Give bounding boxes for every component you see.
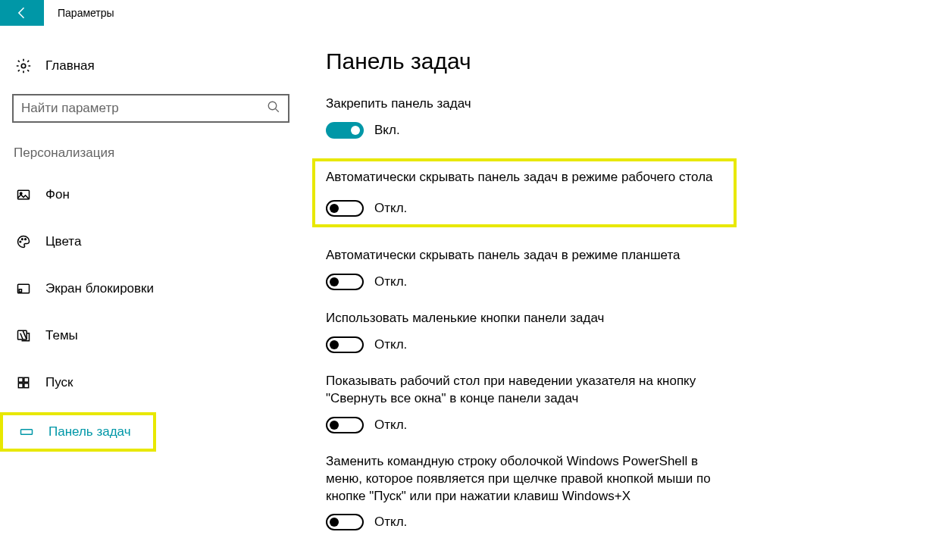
setting-lock-taskbar: Закрепить панель задач Вкл. bbox=[326, 95, 918, 139]
nav-list: Фон Цвета Экран блокировки Темы bbox=[12, 177, 303, 452]
toggle-autohide-tablet[interactable] bbox=[326, 274, 364, 290]
page-title: Панель задач bbox=[326, 48, 918, 74]
svg-rect-14 bbox=[21, 430, 33, 435]
main-content: Панель задач Закрепить панель задач Вкл.… bbox=[303, 48, 948, 550]
svg-rect-12 bbox=[18, 383, 23, 388]
svg-point-1 bbox=[268, 102, 277, 110]
svg-rect-8 bbox=[19, 289, 21, 292]
arrow-left-icon bbox=[14, 5, 30, 20]
setting-small-buttons: Использовать маленькие кнопки панели зад… bbox=[326, 310, 918, 353]
svg-point-5 bbox=[22, 239, 23, 240]
sidebar-item-label: Фон bbox=[45, 187, 70, 202]
lockscreen-icon bbox=[15, 281, 32, 296]
sidebar: Главная Персонализация Фон Цвета bbox=[0, 48, 303, 550]
toggle-autohide-desktop[interactable] bbox=[326, 200, 364, 217]
sidebar-item-label: Цвета bbox=[45, 234, 81, 249]
toggle-state: Откл. bbox=[374, 418, 407, 433]
svg-point-4 bbox=[20, 241, 21, 242]
titlebar: Параметры bbox=[0, 0, 948, 26]
toggle-state: Откл. bbox=[374, 515, 407, 530]
sidebar-item-colors[interactable]: Цвета bbox=[12, 224, 303, 259]
toggle-state: Вкл. bbox=[374, 123, 400, 138]
sidebar-item-background[interactable]: Фон bbox=[12, 177, 303, 212]
back-button[interactable] bbox=[0, 0, 44, 26]
highlight-main: Автоматически скрывать панель задач в ре… bbox=[312, 158, 737, 227]
setting-label: Использовать маленькие кнопки панели зад… bbox=[326, 310, 735, 327]
svg-rect-10 bbox=[18, 377, 23, 382]
toggle-replace-cmd-powershell[interactable] bbox=[326, 514, 364, 530]
toggle-lock-taskbar[interactable] bbox=[326, 122, 364, 139]
sidebar-item-start[interactable]: Пуск bbox=[12, 365, 303, 400]
search-box[interactable] bbox=[12, 94, 289, 123]
sidebar-item-label: Панель задач bbox=[48, 424, 131, 440]
gear-icon bbox=[15, 58, 32, 74]
sidebar-item-taskbar[interactable]: Панель задач bbox=[15, 424, 131, 440]
setting-label: Показывать рабочий стол при наведении ук… bbox=[326, 373, 735, 408]
home-link[interactable]: Главная bbox=[12, 48, 303, 83]
setting-replace-cmd-powershell: Заменить командную строку оболочкой Wind… bbox=[326, 453, 918, 531]
search-input[interactable] bbox=[21, 101, 256, 116]
sidebar-item-label: Темы bbox=[45, 328, 78, 343]
setting-peek-desktop: Показывать рабочий стол при наведении ук… bbox=[326, 373, 918, 433]
sidebar-item-label: Пуск bbox=[45, 375, 73, 390]
setting-label: Заменить командную строку оболочкой Wind… bbox=[326, 453, 735, 505]
search-icon bbox=[267, 100, 280, 117]
highlight-sidebar: Панель задач bbox=[0, 412, 156, 452]
palette-icon bbox=[15, 234, 32, 249]
setting-label: Автоматически скрывать панель задач в ре… bbox=[326, 169, 723, 186]
setting-label: Автоматически скрывать панель задач в ре… bbox=[326, 247, 735, 264]
toggle-state: Откл. bbox=[374, 337, 407, 352]
setting-autohide-tablet: Автоматически скрывать панель задач в ре… bbox=[326, 247, 918, 290]
start-icon bbox=[15, 375, 32, 390]
themes-icon bbox=[15, 328, 32, 343]
toggle-small-buttons[interactable] bbox=[326, 336, 364, 353]
toggle-peek-desktop[interactable] bbox=[326, 417, 364, 433]
toggle-state: Откл. bbox=[374, 274, 407, 289]
setting-label: Закрепить панель задач bbox=[326, 95, 735, 113]
category-label: Персонализация bbox=[12, 145, 303, 161]
svg-rect-13 bbox=[24, 383, 29, 388]
svg-point-6 bbox=[25, 239, 27, 240]
sidebar-item-lockscreen[interactable]: Экран блокировки bbox=[12, 271, 303, 306]
svg-point-0 bbox=[21, 64, 26, 68]
taskbar-icon bbox=[18, 424, 35, 440]
home-label: Главная bbox=[45, 58, 95, 74]
sidebar-item-label: Экран блокировки bbox=[45, 281, 154, 296]
toggle-state: Откл. bbox=[374, 201, 407, 216]
picture-icon bbox=[15, 187, 32, 202]
svg-rect-11 bbox=[24, 377, 29, 382]
window-title: Параметры bbox=[58, 7, 114, 19]
sidebar-item-themes[interactable]: Темы bbox=[12, 318, 303, 353]
setting-autohide-desktop: Автоматически скрывать панель задач в ре… bbox=[326, 169, 723, 217]
